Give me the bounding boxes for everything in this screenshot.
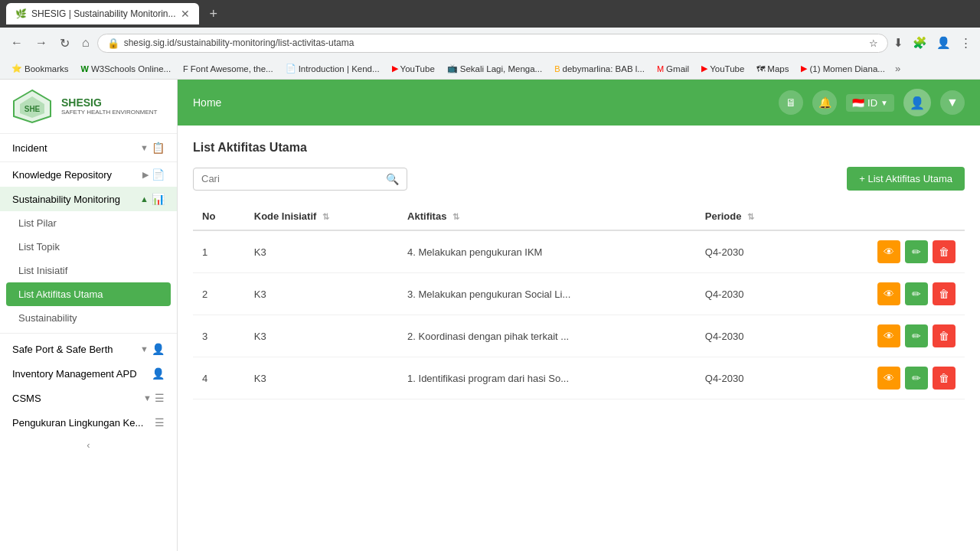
table-row: 4 K3 1. Identifikasi program dari hasi S… <box>193 357 965 399</box>
sort-periode-icon[interactable]: ⇅ <box>747 212 754 221</box>
notification-button[interactable]: 🔔 <box>812 90 837 115</box>
reload-button[interactable]: ↻ <box>55 33 74 54</box>
menu-icon[interactable]: ⋮ <box>958 34 974 52</box>
list-pilar-label: List Pilar <box>18 217 57 229</box>
delete-button[interactable]: 🗑 <box>933 324 956 347</box>
sustainability-monitoring-label: Sustainability Monitoring <box>12 194 120 205</box>
cell-aktifitas: 1. Identifikasi program dari hasi So... <box>398 357 696 399</box>
col-no: No <box>193 203 245 230</box>
bookmark-introduction[interactable]: 📄 Introduction | Kend... <box>280 62 385 75</box>
sekali-icon: 📺 <box>447 64 458 73</box>
edit-button[interactable]: ✏ <box>905 282 928 305</box>
view-button[interactable]: 👁 <box>877 324 900 347</box>
sidebar-item-safe-port[interactable]: Safe Port & Safe Berth ▼ 👤 <box>0 337 177 361</box>
action-buttons: 👁 ✏ 🗑 <box>815 367 956 390</box>
fontawesome-icon: F <box>183 64 188 73</box>
view-button[interactable]: 👁 <box>877 240 900 263</box>
sidebar-item-list-topik[interactable]: List Topik <box>0 235 177 259</box>
more-bookmarks-icon[interactable]: » <box>895 63 900 74</box>
w3schools-icon: W <box>81 64 89 73</box>
browser-icons: ⬇ 🧩 👤 ⋮ <box>891 34 974 52</box>
more-options-button[interactable]: ▼ <box>940 90 965 115</box>
address-bar[interactable]: 🔒 shesig.sig.id/sustainability-monitorin… <box>97 34 888 53</box>
bookmark-sekali[interactable]: 📺 Sekali Lagi, Menga... <box>442 62 547 75</box>
sidebar-item-list-pilar[interactable]: List Pilar <box>0 211 177 235</box>
bookmark-maps[interactable]: 🗺 Maps <box>751 63 794 75</box>
table-body: 1 K3 4. Melakukan pengukuran IKM Q4-2030… <box>193 230 965 399</box>
bookmark-youtube1[interactable]: ▶ YouTube <box>387 62 440 75</box>
bookmark-fontawesome[interactable]: F Font Awesome, the... <box>178 63 279 75</box>
sort-aktifitas-icon[interactable]: ⇅ <box>452 212 459 221</box>
user-avatar-button[interactable]: 👤 <box>903 89 931 116</box>
main-content: Home 🖥 🔔 🇮🇩 ID ▼ 👤 ▼ List Aktifitas Utam… <box>178 80 980 551</box>
cell-periode: Q4-2030 <box>696 315 807 357</box>
cell-no: 2 <box>193 273 245 315</box>
edit-button[interactable]: ✏ <box>905 367 928 390</box>
cell-aktifitas: 4. Melakukan pengukuran IKM <box>398 230 696 273</box>
cell-periode: Q4-2030 <box>696 357 807 399</box>
knowledge-icon: 📄 <box>152 168 165 181</box>
add-aktifitas-utama-button[interactable]: + List Aktifitas Utama <box>847 167 965 191</box>
cell-no: 3 <box>193 315 245 357</box>
col-actions <box>806 203 965 230</box>
tab-close-button[interactable]: ✕ <box>181 8 190 20</box>
cell-actions: 👁 ✏ 🗑 <box>806 230 965 273</box>
momen-icon: ▶ <box>801 64 807 73</box>
list-topik-label: List Topik <box>18 241 60 253</box>
delete-button[interactable]: 🗑 <box>933 282 956 305</box>
delete-button[interactable]: 🗑 <box>933 240 956 263</box>
download-icon[interactable]: ⬇ <box>891 34 906 52</box>
col-aktifitas: Aktifitas ⇅ <box>398 203 696 230</box>
language-text: ID <box>867 97 877 109</box>
sidebar-item-sustainability-monitoring[interactable]: Sustainability Monitoring ▲ 📊 <box>0 187 177 211</box>
bookmark-youtube2[interactable]: ▶ YouTube <box>696 62 750 75</box>
forward-button[interactable]: → <box>31 33 52 53</box>
cell-aktifitas: 3. Melakukan pengukuran Social Li... <box>398 273 696 315</box>
browser-tab[interactable]: 🌿 SHESIG | Sustainability Monitorin... ✕ <box>6 3 199 24</box>
sidebar-item-list-aktifitas-utama[interactable]: List Aktifitas Utama <box>6 282 171 306</box>
search-input[interactable] <box>201 173 386 184</box>
back-button[interactable]: ← <box>6 33 28 53</box>
cell-kode: K3 <box>245 273 398 315</box>
top-bar-nav: Home <box>193 96 221 109</box>
page-area: List Aktifitas Utama 🔍 + List Aktifitas … <box>178 126 980 551</box>
lock-icon: 🔒 <box>107 37 119 49</box>
sidebar-item-incident[interactable]: Incident ▼ 📋 <box>0 134 177 162</box>
sidebar-item-pengukuran[interactable]: Pengukuran Lingkungan Ke... ☰ <box>0 410 177 435</box>
home-button[interactable]: ⌂ <box>77 33 94 53</box>
sidebar-item-csms[interactable]: CSMS ▼ ☰ <box>0 386 177 410</box>
breadcrumb-home[interactable]: Home <box>193 96 221 109</box>
bookmark-w3schools[interactable]: W W3Schools Online... <box>76 63 177 75</box>
col-periode: Periode ⇅ <box>696 203 807 230</box>
cell-kode: K3 <box>245 230 398 273</box>
bookmark-label: (1) Momen Diana... <box>809 64 884 73</box>
sidebar-item-list-inisiatif[interactable]: List Inisiatif <box>0 259 177 282</box>
language-selector[interactable]: 🇮🇩 ID ▼ <box>846 94 894 112</box>
search-box[interactable]: 🔍 <box>193 168 407 191</box>
browser-controls: ← → ↻ ⌂ 🔒 shesig.sig.id/sustainability-m… <box>0 28 980 58</box>
bookmark-momen[interactable]: ▶ (1) Momen Diana... <box>795 62 890 75</box>
sidebar-collapse-button[interactable]: ‹ <box>0 435 177 455</box>
sidebar-item-inventory[interactable]: Inventory Management APD 👤 <box>0 361 177 386</box>
sidebar-item-sustainability[interactable]: Sustainability <box>0 306 177 330</box>
bookmark-label: Maps <box>767 64 789 73</box>
sidebar-item-knowledge-repository[interactable]: Knowledge Repository ▶ 📄 <box>0 162 177 187</box>
data-table: No Kode Inisiatif ⇅ Aktifitas ⇅ Periode <box>193 203 965 399</box>
bookmark-gmail[interactable]: M Gmail <box>652 63 694 75</box>
edit-button[interactable]: ✏ <box>905 324 928 347</box>
sidebar-divider-1 <box>0 333 177 334</box>
view-button[interactable]: 👁 <box>877 282 900 305</box>
edit-button[interactable]: ✏ <box>905 240 928 263</box>
bookmark-bookmarks[interactable]: ⭐ Bookmarks <box>6 62 74 75</box>
view-button[interactable]: 👁 <box>877 367 900 390</box>
profile-icon[interactable]: 👤 <box>934 34 953 52</box>
extensions-icon[interactable]: 🧩 <box>910 34 929 52</box>
sort-kode-icon[interactable]: ⇅ <box>322 212 329 221</box>
bookmark-label: Gmail <box>666 64 689 73</box>
monitor-icon-button[interactable]: 🖥 <box>779 90 803 115</box>
csms-icon: ☰ <box>155 392 165 404</box>
delete-button[interactable]: 🗑 <box>933 367 956 390</box>
bookmark-deby[interactable]: B debymarlina: BAB l... <box>549 63 650 75</box>
list-aktifitas-utama-label: List Aktifitas Utama <box>18 289 103 300</box>
new-tab-button[interactable]: + <box>205 6 223 22</box>
